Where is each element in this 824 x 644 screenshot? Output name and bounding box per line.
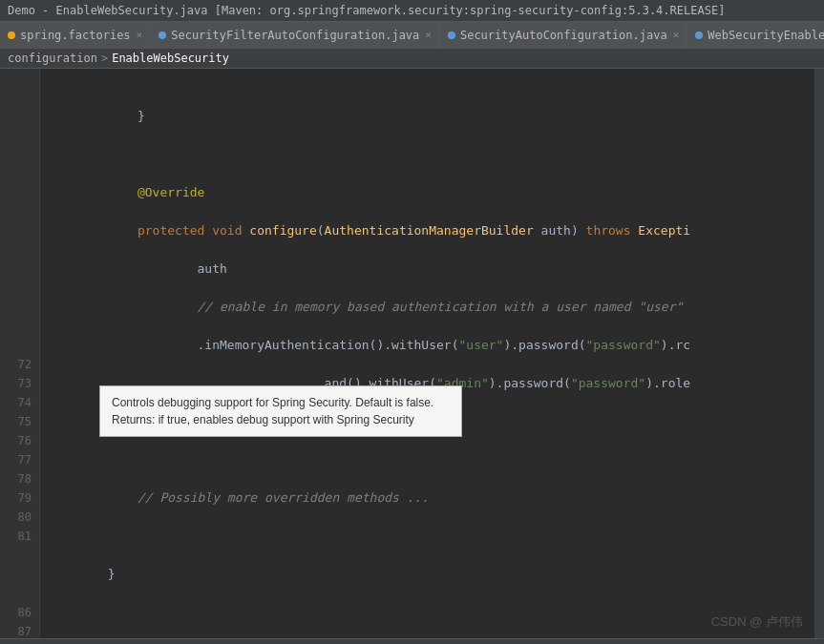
- code-line: .inMemoryAuthentication().withUser("user…: [48, 336, 807, 355]
- code-area[interactable]: } @Override protected void configure(Aut…: [40, 69, 814, 638]
- line-num: [0, 240, 32, 260]
- code-line: // enable in memory based authentication…: [48, 298, 807, 317]
- breadcrumb: configuration > EnableWebSecurity: [0, 49, 824, 69]
- scrollbar-track[interactable]: [814, 69, 824, 638]
- breadcrumb-enable-web-security: EnableWebSecurity: [112, 52, 229, 65]
- line-num: [0, 126, 32, 145]
- tab-dot-security-auto: [448, 31, 455, 39]
- javadoc-line2: Returns: if true, enables debug support …: [112, 411, 450, 428]
- code-content: } @Override protected void configure(Aut…: [40, 69, 814, 638]
- code-line: [48, 450, 807, 469]
- code-line: [48, 527, 807, 546]
- tab-security-auto[interactable]: SecurityAutoConfiguration.java ×: [440, 22, 687, 48]
- line-num: [0, 88, 32, 107]
- code-line: // Possibly more overridden methods ...: [48, 488, 807, 508]
- tab-label-security-auto: SecurityAutoConfiguration.java: [460, 29, 667, 42]
- tab-close-spring-factories[interactable]: ×: [137, 29, 143, 41]
- code-line: protected void configure(AuthenticationM…: [48, 221, 807, 240]
- breadcrumb-configuration: configuration: [8, 52, 97, 65]
- code-line: [48, 145, 807, 164]
- tab-spring-factories[interactable]: spring.factories ×: [0, 22, 151, 48]
- line-num: [0, 336, 32, 355]
- line-number-gutter: 72 73 74 75 76 77 78 79 80 81 86 87 88: [0, 69, 40, 638]
- line-num-87: 87: [0, 622, 32, 638]
- tab-label-security-filter: SecurityFilterAutoConfiguration.java: [171, 29, 419, 42]
- javadoc-popup: Controls debugging support for Spring Se…: [99, 385, 462, 437]
- line-num-76: 76: [0, 431, 32, 450]
- line-num: [0, 107, 32, 126]
- tab-label-spring-factories: spring.factories: [20, 29, 131, 42]
- line-num: [0, 221, 32, 240]
- tab-bar: spring.factories × SecurityFilterAutoCon…: [0, 22, 824, 49]
- code-line: }: [48, 565, 807, 584]
- tab-web-security-enabler[interactable]: WebSecurityEnablerConfiguration.java ×: [687, 22, 824, 48]
- javadoc-line1: Controls debugging support for Spring Se…: [112, 394, 450, 411]
- line-num-79: 79: [0, 488, 32, 508]
- line-num-77: 77: [0, 450, 32, 469]
- editor-main: 72 73 74 75 76 77 78 79 80 81 86 87 88 }…: [0, 69, 824, 638]
- code-line: auth: [48, 260, 807, 279]
- tab-label-web-security-enabler: WebSecurityEnablerConfiguration.java: [708, 29, 824, 42]
- code-line: }: [48, 107, 807, 126]
- tab-dot-spring-factories: [8, 31, 15, 39]
- line-num-75: 75: [0, 412, 32, 431]
- line-num-86: 86: [0, 603, 32, 622]
- title-text: Demo - EnableWebSecurity.java [Maven: or…: [8, 4, 725, 17]
- line-num: [0, 164, 32, 183]
- line-num: [0, 584, 32, 603]
- code-line: [48, 603, 807, 622]
- code-line: @Override: [48, 183, 807, 202]
- line-num-81: 81: [0, 527, 32, 546]
- tab-dot-web-security-enabler: [695, 31, 703, 39]
- line-num: [0, 183, 32, 202]
- line-num: [0, 298, 32, 317]
- line-num-74: 74: [0, 393, 32, 412]
- line-num: [0, 145, 32, 164]
- line-num-72: 72: [0, 355, 32, 374]
- title-bar: Demo - EnableWebSecurity.java [Maven: or…: [0, 0, 824, 22]
- watermark: CSDN @ 卢伟伟: [711, 613, 803, 631]
- line-num: [0, 546, 32, 565]
- tab-close-security-filter[interactable]: ×: [425, 29, 432, 41]
- tab-dot-security-filter: [158, 31, 166, 39]
- line-num-80: 80: [0, 508, 32, 527]
- line-num: [0, 317, 32, 336]
- tab-security-filter[interactable]: SecurityFilterAutoConfiguration.java ×: [151, 22, 440, 48]
- line-num-73: 73: [0, 374, 32, 393]
- tab-close-security-auto[interactable]: ×: [673, 29, 680, 41]
- line-num-78: 78: [0, 469, 32, 488]
- line-num: [0, 565, 32, 584]
- status-bar: UTF-8 LF 80:32: [0, 638, 824, 644]
- line-num: [0, 202, 32, 221]
- line-num: [0, 260, 32, 279]
- line-num: [0, 69, 32, 88]
- line-num: [0, 279, 32, 298]
